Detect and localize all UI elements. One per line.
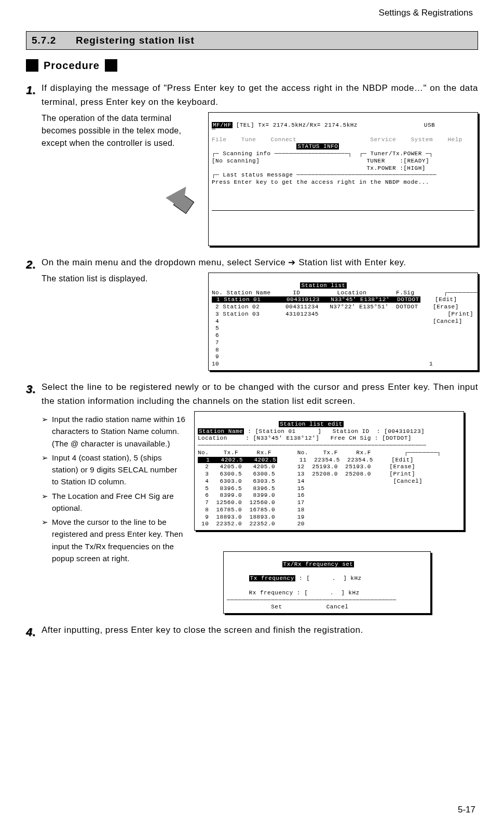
last-status-msg: Press Enter key to get the access right … (212, 179, 429, 185)
step-1-note: The operation of the data terminal becom… (42, 112, 206, 150)
freq-row-r4: 14 (294, 478, 305, 484)
page-number: 5-17 (458, 805, 475, 815)
txrx-popup-screen: Tx/Rx frequency set Tx frequency : [ . ]… (223, 551, 431, 614)
freq-row-r2: 12 25193.0 25193.0 (294, 464, 371, 470)
edit-line2: Location : [N33°45' E138°12'] Free CH Si… (198, 435, 412, 441)
step-number: 2. (26, 255, 42, 371)
freq-row-l6: 6 8399.0 8399.0 (198, 492, 275, 498)
bullet-4: ➢ Move the cursor to the line to be regi… (42, 516, 186, 564)
bullet-4-text: Move the cursor to the line to be regist… (52, 516, 186, 564)
last-status-label: Last status message (223, 172, 293, 178)
bullet-1: ➢ Input the radio station name within 16… (42, 413, 186, 450)
step-2-text-a: On the main menu and the dropdown menu, … (42, 257, 285, 267)
side-erase: [Erase] (389, 464, 415, 470)
freq-row-l10: 10 22352.0 22352.0 (198, 521, 275, 527)
step-3-text: Select the line to be registered newly o… (42, 380, 478, 408)
station-row-8: 8 (212, 347, 219, 353)
station-row-2: 2 Station 02 004311234 N37°22' E135°51' … (212, 304, 418, 310)
terminal-screen-1: MF/HF [TEL] Tx= 2174.5kHz/Rx= 2174.5kHz … (208, 112, 478, 246)
station-row-1: 1 Station 01 004310123 N33°45' E138°12' … (212, 296, 420, 303)
txrx-title: Tx/Rx frequency set (282, 561, 355, 567)
step-1-text: If displaying the message of "Press Ente… (42, 81, 478, 109)
side-edit: [Edit] (435, 296, 457, 303)
edit-colhead: No. Tx.F Rx.F No. Tx.F Rx.F (198, 450, 371, 456)
cancel-button[interactable]: Cancel (326, 604, 349, 610)
status-info-label: STATUS INFO (296, 143, 339, 150)
step-number: 3. (26, 380, 42, 614)
freq-row-l1: 1 4202.5 4202.5 (198, 457, 277, 463)
side-cancel: [Cancel] (393, 478, 423, 484)
station-row-5: 5 (212, 325, 219, 331)
chevron-right-icon: ➢ (42, 452, 52, 488)
procedure-label: Procedure (44, 60, 100, 72)
step-2-note: The station list is displayed. (42, 273, 206, 285)
procedure-heading: Procedure (26, 59, 478, 72)
step-4-text: After inputting, press Enter key to clos… (42, 623, 478, 637)
step-2-text: On the main menu and the dropdown menu, … (42, 255, 478, 269)
freq-row-r10: 20 (294, 521, 305, 527)
tuner-value: TUNER :[READY] (366, 158, 429, 164)
freq-row-r7: 17 (294, 499, 305, 506)
side-print: [Print] (389, 471, 415, 477)
station-list-header: No. Station Name ID Location F.Sig (212, 290, 415, 296)
tuner-label: Tuner/Tx.POWER (370, 151, 421, 157)
chevron-right-icon: ➢ (42, 413, 52, 450)
set-button[interactable]: Set (271, 604, 282, 610)
square-icon (105, 59, 117, 72)
freq-row-l8: 8 16785.0 16785.0 (198, 507, 275, 513)
station-row-3: 3 Station 03 431012345 (212, 311, 319, 317)
bullet-1b-text: (The @ character is unavailable.) (52, 439, 170, 448)
freq-row-l5: 5 8396.5 8396.5 (198, 485, 275, 492)
freq-row-l4: 4 6303.0 6303.5 (198, 478, 275, 484)
scanning-value: [No scanning] (212, 158, 260, 164)
step-2-text-b: Station list with Enter key. (298, 257, 406, 267)
bullet-3: ➢ The Location and Free CH Sig are optio… (42, 490, 186, 514)
side-erase: [Erase] (433, 304, 459, 310)
tx-freq-field: : [ . ] kHz (295, 575, 362, 581)
step-number: 4. (26, 623, 42, 641)
station-row-9: 9 (212, 354, 219, 360)
freq-row-r9: 19 (294, 514, 305, 520)
station-list-edit-screen: Station list edit Station Name : [Statio… (194, 411, 464, 531)
edit-screen-title: Station list edit (279, 421, 344, 427)
section-heading: 5.7.2 Registering station list (26, 31, 478, 50)
step-2: 2. On the main menu and the dropdown men… (26, 255, 478, 371)
terminal-top: [TEL] Tx= 2174.5kHz/Rx= 2174.5kHz USB (236, 122, 435, 128)
edit-station-name-label: Station Name (198, 428, 244, 435)
bullet-1-text: Input the radio station name within 16 c… (52, 415, 185, 436)
scanning-info-label: Scanning info (223, 151, 270, 157)
freq-row-r3: 13 25208.0 25208.0 (294, 471, 371, 477)
chevron-right-icon: ➢ (42, 516, 52, 564)
step-3: 3. Select the line to be registered newl… (26, 380, 478, 614)
tx-freq-label: Tx frequency (249, 575, 295, 581)
station-row-4: 4 (212, 318, 219, 324)
freq-row-l3: 3 6300.5 6300.5 (198, 471, 275, 477)
section-number: 5.7.2 (32, 35, 56, 46)
freq-row-r5: 15 (294, 485, 305, 492)
side-edit: [Edit] (391, 457, 414, 463)
arrow-right-icon: ➔ (288, 257, 296, 267)
terminal-menu: File Tune Connect Service System Help (212, 137, 462, 143)
side-print: [Print] (447, 311, 473, 317)
freq-row-l7: 7 12560.0 12560.0 (198, 499, 275, 506)
freq-row-r6: 16 (294, 492, 305, 498)
square-icon (26, 59, 38, 72)
side-cancel: [Cancel] (433, 318, 462, 324)
bullet-3-text: The Location and Free CH Sig are optiona… (52, 490, 186, 514)
corner-num: 1 (429, 361, 433, 367)
station-list-screen: Station list No. Station Name ID Locatio… (208, 273, 478, 371)
step-4: 4. After inputting, press Enter key to c… (26, 623, 478, 641)
freq-row-r8: 18 (294, 507, 305, 513)
station-row-10: 10 (212, 361, 219, 367)
txpower-value: Tx.POWER :[HIGH] (366, 165, 426, 171)
freq-row-l2: 2 4205.0 4205.0 (198, 464, 275, 470)
bullet-2-text: Input 4 (coast station), 5 (ships statio… (52, 452, 186, 488)
section-title: Registering station list (76, 35, 195, 46)
rx-freq-line: Rx frequency : [ . ] kHz (249, 590, 360, 596)
chevron-right-icon: ➢ (42, 490, 52, 514)
page-header-right: Settings & Registrations (26, 0, 478, 18)
freq-row-l9: 9 18893.0 18893.0 (198, 514, 275, 520)
station-list-title: Station list (300, 282, 346, 289)
station-row-7: 7 (212, 340, 219, 346)
freq-row-r1: 11 22354.5 22354.5 (296, 457, 373, 463)
